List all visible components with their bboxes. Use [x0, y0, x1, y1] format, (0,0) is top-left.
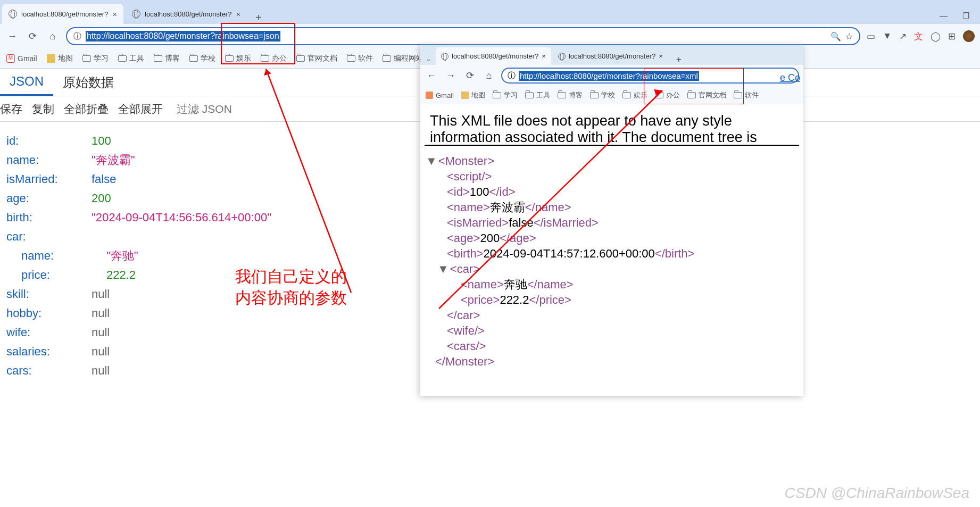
browser-tab-2[interactable]: localhost:8080/get/monster? ×	[126, 4, 247, 24]
globe-icon	[558, 53, 566, 60]
bookmark-office[interactable]: 办公	[261, 54, 287, 63]
minimize-icon[interactable]: —	[940, 11, 948, 21]
bookmark-ent[interactable]: 娱乐	[622, 90, 647, 100]
bookmark-blog[interactable]: 博客	[558, 90, 583, 100]
tab-dropdown-icon[interactable]: ⌄	[422, 55, 436, 65]
bookmark-study[interactable]: 学习	[82, 54, 109, 63]
external-icon[interactable]: ↗	[899, 31, 907, 42]
bookmark-docs[interactable]: 官网文档	[296, 54, 337, 63]
close-icon[interactable]: ×	[542, 52, 546, 60]
browser2-tab-1[interactable]: localhost:8080/get/monster? ×	[436, 47, 551, 65]
url-text-selected: http://localhost:8080/get/monster?rainbo…	[86, 31, 280, 41]
close-icon[interactable]: ×	[112, 10, 117, 19]
bookmark-gmail[interactable]: MGmail	[6, 54, 37, 63]
home-button[interactable]: ⌂	[482, 69, 496, 82]
bookmark-sw[interactable]: 软件	[347, 54, 373, 63]
tab-title: localhost:8080/get/monster?	[569, 52, 655, 60]
ring-icon[interactable]: ◯	[931, 31, 941, 42]
globe-icon	[132, 10, 140, 18]
bookmark-office[interactable]: 办公	[655, 90, 680, 100]
url-input[interactable]: ⓘ http://localhost:8080/get/monster?rain…	[66, 27, 860, 45]
bookmark-map[interactable]: 地图	[47, 54, 73, 63]
watermark: CSDN @ChinaRainbowSea	[785, 485, 969, 502]
filter-input[interactable]	[172, 103, 316, 115]
annotation-text: 我们自己定义的 内容协商的参数	[235, 266, 347, 309]
bookmark-star-icon[interactable]: ☆	[845, 31, 853, 41]
maximize-icon[interactable]: ❐	[962, 11, 969, 21]
bookmark-prog[interactable]: 编程网站	[383, 54, 423, 63]
bookmark-docs[interactable]: 官网文档	[687, 90, 726, 100]
download-icon[interactable]: ▼	[883, 31, 892, 41]
bookmark-school[interactable]: 学校	[590, 90, 615, 100]
globe-icon	[9, 10, 17, 18]
close-icon[interactable]: ×	[659, 52, 663, 60]
bookmark-tools[interactable]: 工具	[118, 54, 144, 63]
puzzle-icon[interactable]: ⊞	[948, 31, 956, 42]
url-input-2[interactable]: ⓘ http://localhost:8080/get/monster?rain…	[501, 68, 799, 84]
new-tab-button[interactable]: +	[249, 12, 268, 24]
bookmark-sw[interactable]: 软件	[734, 90, 759, 100]
bookmark-tools[interactable]: 工具	[525, 90, 550, 100]
avatar[interactable]	[963, 30, 975, 42]
collapse-all-button[interactable]: 全部折叠	[64, 102, 109, 117]
new-tab-button[interactable]: +	[670, 54, 688, 65]
tab-json[interactable]: JSON	[0, 69, 53, 96]
eco-link[interactable]: e Co	[780, 72, 800, 84]
reload-button[interactable]: ⟳	[26, 29, 39, 43]
xml-header-text: This XML file does not appear to have an…	[425, 104, 799, 146]
bookmark-gmail[interactable]: Gmail	[426, 92, 454, 99]
translate-icon[interactable]: 文	[914, 30, 923, 43]
copy-button[interactable]: 复制	[32, 102, 54, 117]
forward-button[interactable]: →	[5, 29, 19, 43]
second-browser-window: ⌄ localhost:8080/get/monster? × localhos…	[420, 45, 803, 396]
xml-tree: ▼<Monster> <script/> <id>100</id> <name>…	[420, 146, 803, 377]
bookmark-study[interactable]: 学习	[493, 90, 518, 100]
expand-all-button[interactable]: 全部展开	[118, 102, 163, 117]
bookmark-blog[interactable]: 博客	[154, 54, 180, 63]
home-button[interactable]: ⌂	[46, 29, 60, 43]
reload-button[interactable]: ⟳	[463, 69, 477, 82]
browser2-tab-2[interactable]: localhost:8080/get/monster? ×	[553, 47, 668, 65]
forward-button[interactable]: →	[444, 69, 458, 82]
bookmark-school[interactable]: 学校	[189, 54, 215, 63]
browser-tab-1[interactable]: localhost:8080/get/monster? ×	[2, 4, 123, 24]
bookmarks-bar-2: Gmail 地图 学习 工具 博客 学校 娱乐 办公 官网文档 软件	[420, 86, 803, 104]
tab-title: localhost:8080/get/monster?	[145, 10, 231, 18]
zoom-icon[interactable]: 🔍	[830, 31, 841, 41]
back-button[interactable]: ←	[425, 69, 438, 82]
info-icon[interactable]: ⓘ	[73, 31, 81, 41]
save-button[interactable]: 保存	[0, 102, 22, 117]
info-icon[interactable]: ⓘ	[508, 71, 516, 81]
copy-icon[interactable]: ▭	[867, 31, 875, 42]
window-titlebar: localhost:8080/get/monster? × localhost:…	[0, 0, 980, 24]
tab-title: localhost:8080/get/monster?	[452, 52, 538, 60]
close-icon[interactable]: ×	[236, 10, 240, 19]
globe-icon	[441, 53, 449, 60]
bookmark-ent[interactable]: 娱乐	[225, 54, 251, 63]
tab-title: localhost:8080/get/monster?	[21, 10, 108, 18]
tab-raw[interactable]: 原始数据	[53, 69, 123, 96]
bookmark-map[interactable]: 地图	[461, 90, 485, 100]
